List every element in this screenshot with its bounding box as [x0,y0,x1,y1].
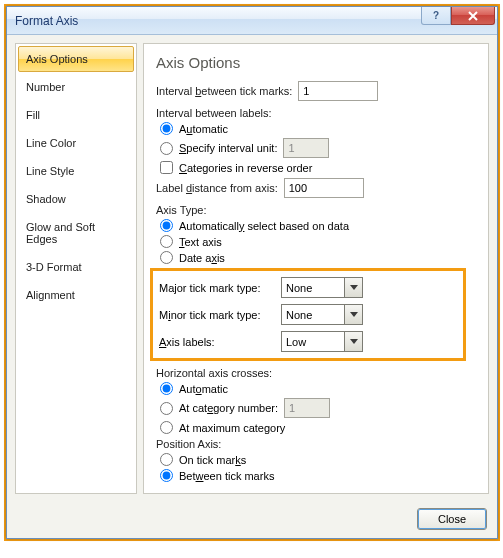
close-icon [467,11,479,21]
label-horiz-max: At maximum category [179,422,285,434]
sidebar-item-number[interactable]: Number [18,74,134,100]
opt-horiz-max: At maximum category [158,421,476,434]
label-horiz-category: At category number: [179,402,278,414]
input-interval-specify[interactable] [283,138,329,158]
combo-axis-labels-value: Low [282,336,344,348]
panel-title: Axis Options [156,54,476,71]
input-horiz-category[interactable] [284,398,330,418]
opt-reverse-order: Categories in reverse order [158,161,476,174]
sidebar-item-label: Shadow [26,193,66,205]
label-axis-type-date: Date axis [179,252,225,264]
row-interval-tick-marks: Interval between tick marks: [156,81,476,101]
screenshot-highlight-border: Format Axis ? Axis Options Number Fill L… [4,4,500,541]
dialog-body: Axis Options Number Fill Line Color Line… [7,35,497,502]
input-interval-tick-marks[interactable] [298,81,378,101]
opt-axis-type-text: Text axis [158,235,476,248]
label-major-tick: Major tick mark type: [159,282,277,294]
help-icon: ? [433,10,439,21]
radio-axis-type-date[interactable] [160,251,173,264]
highlight-box-tick-settings: Major tick mark type: None Minor tick ma… [150,268,466,361]
radio-horiz-category[interactable] [160,402,173,415]
sidebar-item-axis-options[interactable]: Axis Options [18,46,134,72]
combo-minor-tick[interactable]: None [281,304,363,325]
sidebar-item-label: Glow and Soft Edges [26,221,95,245]
sidebar-item-glow-soft-edges[interactable]: Glow and Soft Edges [18,214,134,252]
label-axis-type-auto: Automatically select based on data [179,220,349,232]
opt-interval-auto: Automatic [158,122,476,135]
radio-axis-type-auto[interactable] [160,219,173,232]
opt-horiz-auto: Automatic [158,382,476,395]
label-interval-tick-marks: Interval between tick marks: [156,85,292,97]
radio-interval-auto[interactable] [160,122,173,135]
sidebar-item-label: Fill [26,109,40,121]
category-sidebar: Axis Options Number Fill Line Color Line… [15,43,137,494]
label-position-on: On tick marks [179,454,246,466]
label-horiz-auto: Automatic [179,383,228,395]
main-panel: Axis Options Interval between tick marks… [143,43,489,494]
window-title: Format Axis [15,14,78,28]
combo-major-tick-value: None [282,282,344,294]
radio-axis-type-text[interactable] [160,235,173,248]
window-controls: ? [421,7,495,25]
opt-horiz-category: At category number: [158,398,476,418]
combo-minor-tick-value: None [282,309,344,321]
header-horiz-crosses: Horizontal axis crosses: [156,367,476,379]
format-axis-dialog: Format Axis ? Axis Options Number Fill L… [6,6,498,539]
sidebar-item-3d-format[interactable]: 3-D Format [18,254,134,280]
label-axis-labels: Axis labels: [159,336,277,348]
opt-position-between: Between tick marks [158,469,476,482]
sidebar-item-line-style[interactable]: Line Style [18,158,134,184]
label-interval-auto: Automatic [179,123,228,135]
sidebar-item-label: 3-D Format [26,261,82,273]
sidebar-item-label: Line Style [26,165,74,177]
sidebar-item-label: Line Color [26,137,76,149]
sidebar-item-fill[interactable]: Fill [18,102,134,128]
dialog-footer: Close [7,502,497,538]
checkbox-reverse-order[interactable] [160,161,173,174]
header-interval-labels: Interval between labels: [156,107,476,119]
chevron-down-icon [344,305,362,324]
close-button[interactable]: Close [417,508,487,530]
sidebar-item-label: Axis Options [26,53,88,65]
label-axis-type-text: Text axis [179,236,222,248]
combo-axis-labels[interactable]: Low [281,331,363,352]
sidebar-item-shadow[interactable]: Shadow [18,186,134,212]
label-reverse-order: Categories in reverse order [179,162,312,174]
help-button[interactable]: ? [421,7,451,25]
label-minor-tick: Minor tick mark type: [159,309,277,321]
radio-horiz-auto[interactable] [160,382,173,395]
row-minor-tick: Minor tick mark type: None [159,304,457,325]
radio-horiz-max[interactable] [160,421,173,434]
sidebar-item-label: Number [26,81,65,93]
label-interval-specify: Specify interval unit: [179,142,277,154]
sidebar-item-line-color[interactable]: Line Color [18,130,134,156]
label-position-between: Between tick marks [179,470,274,482]
row-major-tick: Major tick mark type: None [159,277,457,298]
sidebar-item-label: Alignment [26,289,75,301]
header-position-axis: Position Axis: [156,438,476,450]
window-close-button[interactable] [451,7,495,25]
radio-position-on[interactable] [160,453,173,466]
combo-major-tick[interactable]: None [281,277,363,298]
label-distance: Label distance from axis: [156,182,278,194]
chevron-down-icon [344,278,362,297]
opt-axis-type-auto: Automatically select based on data [158,219,476,232]
row-label-distance: Label distance from axis: [156,178,476,198]
input-label-distance[interactable] [284,178,364,198]
titlebar: Format Axis ? [7,7,497,35]
opt-axis-type-date: Date axis [158,251,476,264]
chevron-down-icon [344,332,362,351]
row-axis-labels: Axis labels: Low [159,331,457,352]
header-axis-type: Axis Type: [156,204,476,216]
opt-position-on: On tick marks [158,453,476,466]
radio-position-between[interactable] [160,469,173,482]
sidebar-item-alignment[interactable]: Alignment [18,282,134,308]
radio-interval-specify[interactable] [160,142,173,155]
opt-interval-specify: Specify interval unit: [158,138,476,158]
